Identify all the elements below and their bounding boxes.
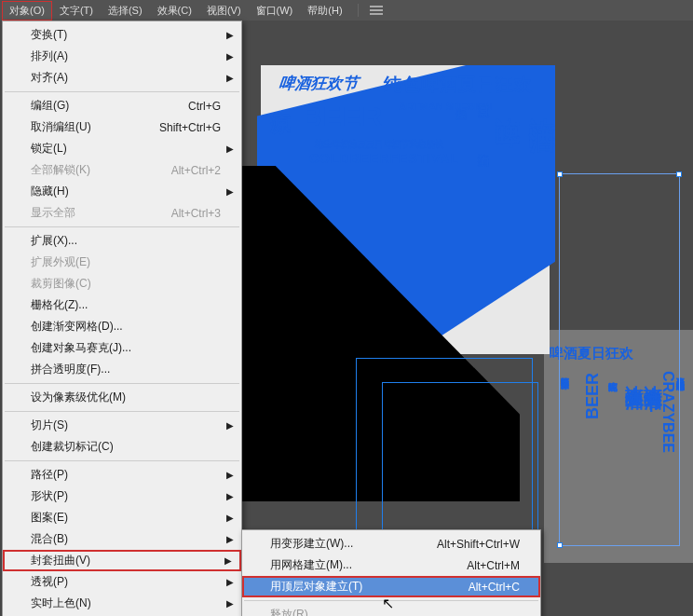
menu-item[interactable]: 变换(T)▶ — [3, 24, 241, 46]
canvas-text: 冰爽啤酒 — [523, 97, 559, 108]
canvas-text: BEER — [583, 373, 603, 419]
envelope-distort-submenu: 用变形建立(W)...Alt+Shift+Ctrl+W用网格建立(M)...Al… — [241, 529, 541, 616]
chevron-right-icon: ▶ — [226, 186, 234, 197]
menu-separator — [5, 226, 239, 227]
menu-item[interactable]: 图案(E)▶ — [3, 507, 241, 528]
object-menu-dropdown: 变换(T)▶排列(A)▶对齐(A)▶编组(G)Ctrl+G取消编组(U)Shif… — [2, 21, 242, 616]
canvas-text: ARTMAN SDESIGN — [399, 101, 492, 112]
menu-item[interactable]: 封套扭曲(V)▶ — [3, 550, 241, 571]
chevron-right-icon: ▶ — [224, 555, 232, 566]
canvas-text: 纯生啤酒凉夏夏日啤酒节邀您畅饮 — [315, 138, 443, 151]
submenu-item: 释放(R) — [242, 604, 540, 616]
hamburger-icon[interactable] — [370, 6, 383, 15]
menu-view[interactable]: 视图(V) — [199, 1, 249, 21]
menu-item[interactable]: 创建裁切标记(C) — [3, 436, 241, 458]
canvas-text: COLDBEERFESTIVAL — [309, 151, 459, 166]
menu-separator — [5, 383, 239, 384]
chevron-right-icon: ▶ — [226, 30, 234, 40]
chevron-right-icon: ▶ — [226, 470, 234, 480]
canvas-text: 纯色啤酒夏日狂欢 — [384, 73, 533, 97]
menu-help[interactable]: 帮助(H) — [300, 1, 349, 21]
chevron-right-icon: ▶ — [226, 51, 234, 62]
menu-text[interactable]: 文字(T) — [52, 1, 101, 21]
menu-item[interactable]: 创建渐变网格(D)... — [3, 316, 241, 337]
menu-item[interactable]: 扩展(X)... — [3, 230, 241, 252]
chevron-right-icon: ▶ — [226, 73, 234, 83]
menu-item[interactable]: 拼合透明度(F)... — [3, 359, 241, 380]
menu-separator — [5, 411, 239, 412]
menu-item[interactable]: 实时上色(N)▶ — [3, 593, 241, 614]
submenu-item[interactable]: 用变形建立(W)...Alt+Shift+Ctrl+W — [242, 533, 540, 554]
menu-item: 全部解锁(K)Alt+Ctrl+2 — [3, 159, 241, 181]
menu-item: 显示全部Alt+Ctrl+3 — [3, 202, 241, 224]
menu-object[interactable]: 对象(O) — [2, 1, 52, 21]
menu-item[interactable]: 混合(B)▶ — [3, 528, 241, 550]
menu-select[interactable]: 选择(S) — [101, 1, 150, 21]
submenu-item[interactable]: 用网格建立(M)...Alt+Ctrl+M — [242, 554, 540, 576]
submenu-item[interactable]: 用顶层对象建立(T)Alt+Ctrl+C — [242, 576, 540, 597]
menu-item[interactable]: 锁定(L)▶ — [3, 138, 241, 159]
menu-separator — [5, 460, 239, 461]
chevron-right-icon: ▶ — [226, 534, 234, 544]
menu-item[interactable]: 隐藏(H)▶ — [3, 181, 241, 202]
menu-item[interactable]: 对齐(A)▶ — [3, 67, 241, 89]
menu-bar: 对象(O) 文字(T) 选择(S) 效果(C) 视图(V) 窗口(W) 帮助(H… — [0, 0, 693, 21]
menu-item[interactable]: 设为像素级优化(M) — [3, 387, 241, 408]
chevron-right-icon: ▶ — [226, 577, 234, 587]
menu-separator — [244, 600, 538, 601]
canvas[interactable]: 啤酒狂欢节 纯色啤酒夏日狂欢 BEER ARTMAN SDESIGN 纯生啤酒凉… — [242, 21, 693, 616]
canvas-text: 冰爽啤酒 — [622, 371, 647, 378]
chevron-right-icon: ▶ — [226, 420, 234, 431]
menu-item: 扩展外观(E) — [3, 252, 241, 273]
menu-item[interactable]: 编组(G)Ctrl+G — [3, 95, 241, 116]
menu-item: 裁剪图像(C) — [3, 273, 241, 294]
menu-item[interactable]: 透视(P)▶ — [3, 571, 241, 593]
canvas-text: 冰爽夏日 疯狂啤酒 邀您喝 — [676, 371, 686, 376]
chevron-right-icon: ▶ — [226, 598, 234, 609]
canvas-text: 啤酒节夏日狂欢 酒凉啤酒 — [561, 371, 570, 374]
menu-item[interactable]: 排列(A)▶ — [3, 46, 241, 67]
menu-item[interactable]: 取消编组(U)Shift+Ctrl+G — [3, 116, 241, 138]
menu-separator — [358, 4, 359, 17]
canvas-text: 啤酒夏日狂欢 — [550, 345, 633, 363]
canvas-text: 冰爽啤 — [492, 99, 524, 104]
canvas-text: BEER — [302, 101, 383, 132]
menu-effect[interactable]: 效果(C) — [150, 1, 199, 21]
menu-item[interactable]: 路径(P)▶ — [3, 464, 241, 486]
canvas-text: CRAZYBEE — [659, 371, 676, 453]
menu-separator — [5, 91, 239, 92]
menu-item[interactable]: 创建对象马赛克(J)... — [3, 337, 241, 359]
menu-window[interactable]: 窗口(W) — [249, 1, 301, 21]
menu-item[interactable]: 形状(P)▶ — [3, 486, 241, 507]
chevron-right-icon: ▶ — [226, 513, 234, 523]
menu-item[interactable]: 栅格化(Z)... — [3, 294, 241, 316]
chevron-right-icon: ▶ — [226, 144, 234, 154]
canvas-text: 啤酒狂欢节 — [279, 73, 360, 94]
chevron-right-icon: ▶ — [226, 491, 234, 501]
menu-item[interactable]: 切片(S)▶ — [3, 415, 241, 436]
